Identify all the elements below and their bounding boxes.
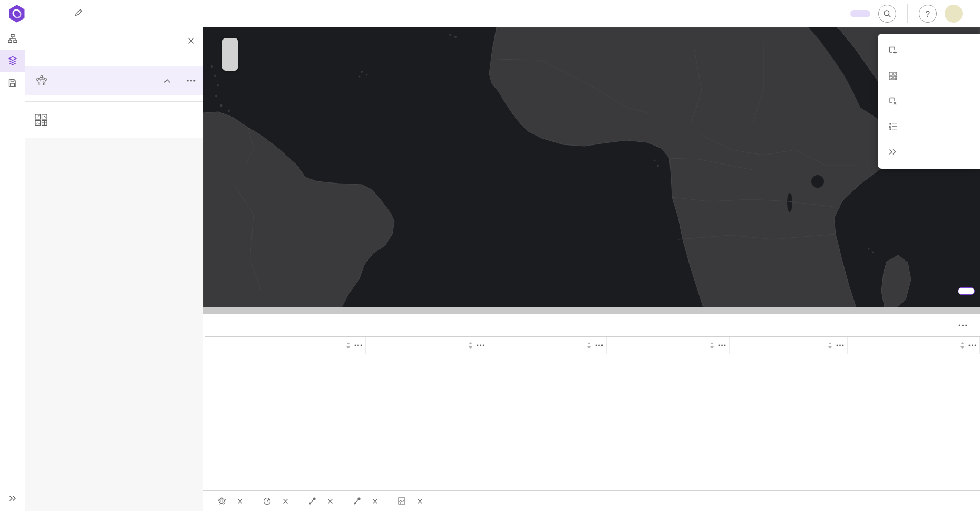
column-header-notes[interactable] <box>366 337 488 354</box>
column-header-globalid[interactable] <box>730 337 848 354</box>
knowledge-studio-app <box>0 0 980 511</box>
avatar[interactable] <box>945 5 963 23</box>
tab-link-chart-1[interactable] <box>353 491 378 511</box>
column-options-icon[interactable] <box>718 344 726 346</box>
basemap-section <box>25 101 203 138</box>
left-toolbar <box>0 27 25 511</box>
change-basemap-icon <box>888 71 898 81</box>
map-contents-panel <box>25 27 203 511</box>
table-header-row <box>205 337 980 354</box>
sort-icon[interactable] <box>710 342 714 349</box>
tab-knowledge-graph[interactable] <box>217 491 243 511</box>
table-titlebar <box>203 314 980 336</box>
remove-selection-icon <box>888 97 898 106</box>
basemap-item[interactable] <box>25 102 203 138</box>
help-button[interactable] <box>919 5 937 23</box>
save-button[interactable] <box>0 72 25 94</box>
sort-icon[interactable] <box>346 342 351 349</box>
collapse-icon <box>888 148 897 156</box>
knowledge-graph-layer-icon <box>35 74 48 87</box>
column-options-icon[interactable] <box>354 344 362 346</box>
column-header-esri-id[interactable] <box>848 337 980 354</box>
data-model-button[interactable] <box>0 27 25 50</box>
close-tab-icon[interactable] <box>237 498 243 504</box>
column-options-icon[interactable] <box>836 344 844 346</box>
layer-group-personnel[interactable] <box>25 66 203 95</box>
dashboard-icon <box>263 497 271 505</box>
map-context-menu <box>878 34 980 169</box>
table-grid <box>205 336 980 490</box>
tab-map[interactable] <box>397 491 423 511</box>
select-all-header[interactable] <box>205 337 240 354</box>
tab-link-chart[interactable] <box>308 491 333 511</box>
close-tab-icon[interactable] <box>372 498 378 504</box>
expand-rail-button[interactable] <box>0 489 25 508</box>
header-actions <box>850 4 980 23</box>
search-button[interactable] <box>878 5 896 23</box>
view-tabbar <box>203 490 980 511</box>
map-zoom-control <box>222 38 238 71</box>
knowledge-graph-icon <box>217 497 226 505</box>
sort-icon[interactable] <box>468 342 473 349</box>
knowledge-studio-logo-icon <box>8 5 25 23</box>
menu-item-remove-selection[interactable] <box>878 89 980 114</box>
panel-empty-area <box>25 138 203 511</box>
sort-icon[interactable] <box>587 342 591 349</box>
app-header <box>0 0 980 27</box>
menu-item-toggle-legend[interactable] <box>878 114 980 139</box>
collapse-group-icon[interactable] <box>163 79 171 83</box>
map-contents-header <box>25 27 203 54</box>
zoom-in-button[interactable] <box>222 38 238 54</box>
link-chart-icon <box>353 497 361 505</box>
close-tab-icon[interactable] <box>283 498 288 504</box>
basemap-icon <box>34 113 48 127</box>
column-header-position[interactable] <box>240 337 366 354</box>
column-options-icon[interactable] <box>477 344 484 346</box>
map-attribution <box>203 307 980 314</box>
menu-item-change-basemap[interactable] <box>878 63 980 89</box>
toggle-legend-icon <box>888 122 898 131</box>
map-view[interactable] <box>203 27 980 307</box>
column-options-icon[interactable] <box>595 344 603 346</box>
link-chart-icon <box>308 497 316 505</box>
close-tab-icon[interactable] <box>327 498 333 504</box>
beta-badge <box>850 10 870 17</box>
close-panel-icon[interactable] <box>188 37 195 44</box>
menu-item-collapse[interactable] <box>878 139 980 165</box>
zoom-out-button[interactable] <box>222 54 238 71</box>
column-header-start-date[interactable] <box>488 337 607 354</box>
table-options-icon[interactable] <box>958 324 967 326</box>
sort-icon[interactable] <box>828 342 832 349</box>
layers-button[interactable] <box>0 50 25 72</box>
layer-group-options-icon[interactable] <box>187 80 196 82</box>
header-divider <box>907 4 908 23</box>
basemap-land-shapes <box>203 27 980 307</box>
add-selection-icon <box>888 46 898 55</box>
close-tab-icon[interactable] <box>417 498 423 504</box>
map-icon <box>397 497 406 505</box>
attribute-table <box>203 314 980 490</box>
edit-title-icon[interactable] <box>74 8 83 20</box>
column-options-icon[interactable] <box>968 344 976 346</box>
tab-dashboard[interactable] <box>263 491 288 511</box>
column-header-objectid[interactable] <box>607 337 730 354</box>
sort-icon[interactable] <box>960 342 965 349</box>
menu-item-add-selection-to[interactable] <box>878 38 980 63</box>
close-table-button[interactable] <box>958 287 975 295</box>
